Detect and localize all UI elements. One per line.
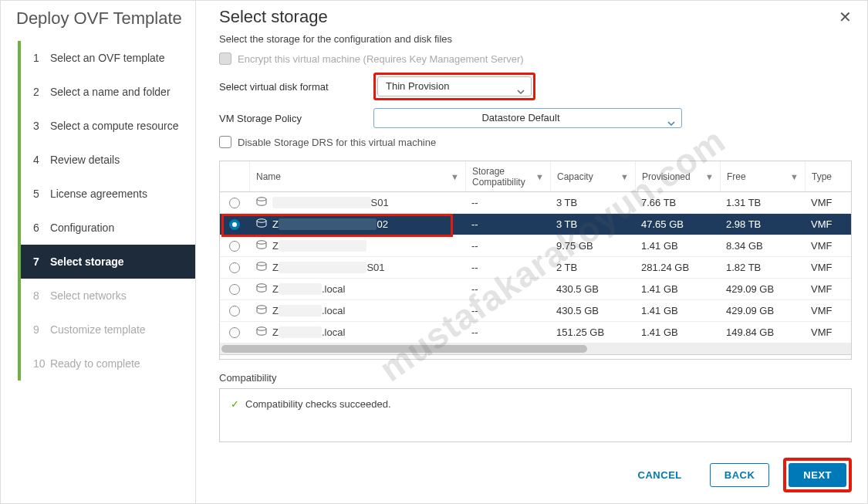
back-button[interactable]: BACK <box>710 463 770 487</box>
row-free: 429.09 GB <box>720 283 805 295</box>
row-provisioned: 47.65 GB <box>635 218 720 230</box>
row-storage-compat: -- <box>465 283 550 295</box>
svg-point-5 <box>257 306 266 309</box>
row-radio[interactable] <box>229 284 240 295</box>
col-free[interactable]: Free▼ <box>720 161 805 191</box>
disk-format-value: Thin Provision <box>386 80 449 92</box>
table-row[interactable]: Zxxxxxxxx.local--151.25 GB1.41 GB149.84 … <box>220 322 851 343</box>
row-radio[interactable] <box>229 327 240 338</box>
wizard-title: Deploy OVF Template <box>16 8 195 29</box>
row-radio[interactable] <box>229 306 240 316</box>
row-type: VMF <box>805 197 851 208</box>
svg-point-4 <box>257 284 266 287</box>
table-row[interactable]: Zxxxxxxxx.local--430.5 GB1.41 GB429.09 G… <box>220 279 851 300</box>
filter-icon[interactable]: ▼ <box>451 172 459 181</box>
row-free: 2.98 TB <box>720 218 805 230</box>
row-name: ZxxxxxxxxxxxxxxxxxS01 <box>249 262 465 273</box>
row-radio[interactable] <box>229 219 240 230</box>
svg-point-6 <box>257 327 266 330</box>
datastore-icon <box>255 305 268 316</box>
row-name: Zxxxxxxxxxxxxxxxxx <box>249 240 465 252</box>
row-type: VMF <box>805 283 851 295</box>
encrypt-label: Encrypt this virtual machine (Requires K… <box>238 53 524 65</box>
col-type[interactable]: Type <box>805 161 851 191</box>
row-capacity: 430.5 GB <box>550 283 635 295</box>
col-storage-compat[interactable]: Storage Compatibility▼ <box>465 161 550 191</box>
wizard-step-2[interactable]: 2 Select a name and folder <box>21 75 195 109</box>
disable-drs-label: Disable Storage DRS for this virtual mac… <box>238 137 436 148</box>
row-type: VMF <box>805 326 851 338</box>
vm-policy-label: VM Storage Policy <box>219 113 373 124</box>
row-storage-compat: -- <box>465 326 550 338</box>
chevron-down-icon <box>667 115 675 134</box>
row-radio[interactable] <box>229 198 240 208</box>
compat-label: Compatibility <box>219 372 852 384</box>
datastore-table: Name▼ Storage Compatibility▼ Capacity▼ P… <box>219 161 852 360</box>
wizard-step-5[interactable]: 5 License agreements <box>21 177 195 211</box>
row-provisioned: 281.24 GB <box>635 262 720 273</box>
row-provisioned: 7.66 TB <box>635 197 720 208</box>
disk-format-select[interactable]: Thin Provision <box>377 76 532 96</box>
row-provisioned: 1.41 GB <box>635 240 720 252</box>
disable-drs-checkbox[interactable] <box>219 136 231 148</box>
row-storage-compat: -- <box>465 262 550 273</box>
page-subtitle: Select the storage for the configuration… <box>219 33 852 45</box>
row-capacity: 2 TB <box>550 262 635 273</box>
cancel-button[interactable]: CANCEL <box>624 464 696 486</box>
datastore-icon <box>255 218 268 230</box>
row-provisioned: 1.41 GB <box>635 305 720 316</box>
wizard-step-4[interactable]: 4 Review details <box>21 143 195 177</box>
vm-policy-select[interactable]: Datastore Default <box>373 108 682 128</box>
filter-icon[interactable]: ▼ <box>620 172 629 181</box>
filter-icon[interactable]: ▼ <box>705 172 714 181</box>
wizard-step-1[interactable]: 1 Select an OVF template <box>21 41 195 75</box>
row-capacity: 151.25 GB <box>550 326 635 338</box>
row-radio[interactable] <box>229 262 240 273</box>
wizard-step-7[interactable]: 7 Select storage <box>21 245 195 279</box>
datastore-icon <box>255 262 268 273</box>
chevron-down-icon <box>517 83 525 102</box>
svg-point-2 <box>257 241 266 244</box>
row-name: Zxxxxxxxx.local <box>249 326 465 338</box>
col-provisioned[interactable]: Provisioned▼ <box>635 161 720 191</box>
disk-format-label: Select virtual disk format <box>219 81 373 93</box>
page-title: Select storage <box>219 7 328 27</box>
col-name[interactable]: Name▼ <box>249 161 465 191</box>
table-row[interactable]: Zxxxxxxxxxxxxxxxxx--9.75 GB1.41 GB8.34 G… <box>220 235 851 257</box>
wizard-step-10[interactable]: 10 Ready to complete <box>21 347 195 381</box>
svg-point-3 <box>257 262 266 266</box>
datastore-icon <box>255 240 268 252</box>
check-icon: ✓ <box>231 398 239 410</box>
wizard-step-6[interactable]: 6 Configuration <box>21 211 195 245</box>
row-name: Zxxxxxxxx.local <box>249 283 465 295</box>
next-button[interactable]: NEXT <box>789 463 846 487</box>
row-capacity: 3 TB <box>550 197 635 208</box>
table-row[interactable]: Zxxxxxxxx.local--430.5 GB1.41 GB429.09 G… <box>220 300 851 322</box>
wizard-step-3[interactable]: 3 Select a compute resource <box>21 109 195 143</box>
compat-box: ✓ Compatibility checks succeeded. <box>219 388 852 442</box>
table-row[interactable]: xxxxxxxxxxxxxxxxxxxS01--3 TB7.66 TB1.31 … <box>220 192 851 214</box>
col-capacity[interactable]: Capacity▼ <box>550 161 635 191</box>
horizontal-scrollbar[interactable] <box>220 343 851 354</box>
row-storage-compat: -- <box>465 305 550 316</box>
row-radio[interactable] <box>229 241 240 252</box>
row-storage-compat: -- <box>465 197 550 208</box>
table-header: Name▼ Storage Compatibility▼ Capacity▼ P… <box>220 161 851 192</box>
wizard-step-9[interactable]: 9 Customize template <box>21 313 195 347</box>
wizard-step-8[interactable]: 8 Select networks <box>21 279 195 313</box>
row-type: VMF <box>805 218 851 230</box>
row-free: 8.34 GB <box>720 240 805 252</box>
table-row[interactable]: ZxxxxxxxxxxxxxxxxxS01--2 TB281.24 GB1.82… <box>220 257 851 279</box>
close-icon[interactable]: ✕ <box>839 8 852 26</box>
row-provisioned: 1.41 GB <box>635 326 720 338</box>
table-row[interactable]: Zxxxxxxxxxxxxxxxxxxx02--3 TB47.65 GB2.98… <box>220 214 851 235</box>
vm-policy-value: Datastore Default <box>481 112 559 123</box>
row-provisioned: 1.41 GB <box>635 283 720 295</box>
row-name: Zxxxxxxxxxxxxxxxxxxx02 <box>249 218 465 230</box>
datastore-icon <box>255 326 268 338</box>
encrypt-checkbox <box>219 52 231 65</box>
row-type: VMF <box>805 262 851 273</box>
svg-point-0 <box>257 198 266 201</box>
filter-icon[interactable]: ▼ <box>790 172 799 181</box>
filter-icon[interactable]: ▼ <box>535 172 544 181</box>
